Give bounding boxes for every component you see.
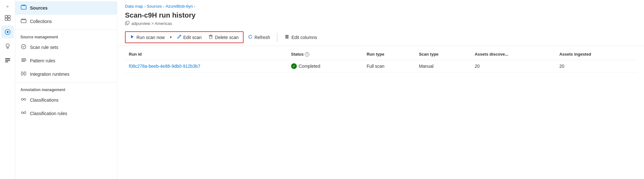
- sidebar-item-pattern-rules[interactable]: Pattern rules: [15, 54, 117, 67]
- run-scan-now-label: Run scan now: [136, 35, 165, 40]
- sidebar-pattern-rules-label: Pattern rules: [30, 58, 55, 63]
- sidebar-classification-rules-label: Classification rules: [30, 111, 67, 116]
- svg-point-5: [7, 31, 9, 33]
- copy-icon: [125, 21, 129, 26]
- classifications-icon: [20, 97, 27, 104]
- pattern-rules-icon: [20, 57, 27, 64]
- toolbar-highlighted-group: Run scan now ▾ Edit scan: [125, 31, 244, 43]
- sidebar-classifications-label: Classifications: [30, 97, 58, 103]
- sidebar-item-sources[interactable]: Sources: [15, 1, 117, 15]
- svg-rect-23: [24, 72, 26, 75]
- cell-status: ✓ Completed: [287, 60, 363, 73]
- svg-point-29: [24, 112, 26, 114]
- sidebar-sources-label: Sources: [30, 5, 48, 11]
- completed-icon: ✓: [291, 63, 297, 69]
- sources-icon[interactable]: [1, 26, 14, 38]
- svg-rect-0: [5, 15, 7, 18]
- main-content: Data map › Sources › AzureBlob-6yn › Sca…: [117, 0, 644, 179]
- toolbar: Run scan now ▾ Edit scan: [117, 29, 644, 46]
- page-subtitle-text: adpurview > Americas: [131, 21, 172, 26]
- col-assets-discovered: Assets discove...: [471, 49, 555, 60]
- sidebar-collections-label: Collections: [30, 19, 52, 24]
- breadcrumb-sources[interactable]: Sources: [147, 4, 162, 9]
- management-icon[interactable]: [1, 54, 14, 66]
- svg-point-6: [6, 44, 9, 47]
- page-subtitle: adpurview > Americas: [125, 21, 636, 26]
- delete-scan-button[interactable]: Delete scan: [205, 33, 242, 42]
- page-title: Scan-c9H run history: [125, 11, 636, 19]
- svg-rect-20: [21, 61, 25, 62]
- scan-rule-sets-icon: [20, 44, 27, 51]
- svg-point-21: [25, 59, 26, 61]
- sidebar-item-integration-runtimes[interactable]: Integration runtimes: [15, 67, 117, 81]
- svg-line-31: [25, 111, 26, 112]
- sidebar-scan-rule-sets-label: Scan rule sets: [30, 45, 58, 50]
- svg-rect-12: [5, 61, 8, 62]
- table-row: f08c278a-beeb-4e88-9db0-912b3b7 ✓ Comple…: [125, 60, 636, 73]
- col-status: Status i: [287, 49, 363, 60]
- icon-bar: »: [0, 0, 15, 179]
- run-scan-now-button[interactable]: Run scan now: [127, 33, 168, 42]
- edit-columns-label: Edit columns: [291, 35, 317, 40]
- sidebar-item-classification-rules[interactable]: Classification rules: [15, 107, 117, 120]
- sidebar-item-classifications[interactable]: Classifications: [15, 93, 117, 107]
- sidebar-divider-2: [15, 82, 117, 82]
- refresh-label: Refresh: [254, 35, 270, 40]
- play-icon: [130, 35, 135, 40]
- breadcrumb-azure-blob[interactable]: AzureBlob-6yn: [165, 4, 193, 9]
- cell-scan-type: Manual: [415, 60, 471, 73]
- col-scan-type: Scan type: [415, 49, 471, 60]
- integration-runtimes-icon: [20, 71, 27, 78]
- edit-scan-label: Edit scan: [183, 35, 202, 40]
- status-text: Completed: [299, 64, 320, 69]
- page-header: Scan-c9H run history adpurview > America…: [117, 10, 644, 29]
- sources-sidebar-icon: [20, 4, 27, 12]
- sidebar: Sources Collections Source management Sc…: [15, 0, 117, 179]
- svg-rect-13: [21, 5, 26, 9]
- cell-assets-discovered: 20: [471, 60, 555, 73]
- trash-icon: [209, 35, 213, 40]
- breadcrumb-data-map[interactable]: Data map: [125, 4, 143, 9]
- svg-rect-19: [21, 60, 25, 60]
- run-scan-dropdown-button[interactable]: ▾: [169, 33, 173, 41]
- run-id-link[interactable]: f08c278a-beeb-4e88-9db0-912b3b7: [129, 64, 200, 69]
- col-assets-ingested: Assets ingested: [555, 49, 636, 60]
- toolbar-divider: [277, 33, 277, 42]
- edit-scan-button[interactable]: Edit scan: [174, 33, 205, 42]
- svg-rect-22: [21, 72, 23, 75]
- refresh-button[interactable]: Refresh: [245, 33, 273, 42]
- svg-point-26: [24, 98, 26, 100]
- cell-run-id: f08c278a-beeb-4e88-9db0-912b3b7: [125, 60, 287, 73]
- svg-point-25: [21, 98, 23, 100]
- svg-rect-1: [8, 15, 10, 18]
- insights-icon[interactable]: [1, 40, 14, 52]
- table-container: Run id Status i Run type Scan type: [117, 46, 644, 179]
- collapse-expand-icon[interactable]: »: [1, 3, 14, 10]
- svg-rect-11: [5, 60, 10, 61]
- col-run-type: Run type: [363, 49, 415, 60]
- svg-rect-3: [8, 18, 10, 20]
- run-history-table: Run id Status i Run type Scan type: [125, 49, 636, 73]
- cell-assets-ingested: 20: [555, 60, 636, 73]
- breadcrumb-sep-2: ›: [163, 4, 165, 8]
- edit-columns-button[interactable]: Edit columns: [281, 33, 320, 42]
- svg-rect-33: [127, 21, 129, 24]
- breadcrumb-sep-1: ›: [144, 4, 145, 8]
- svg-rect-36: [209, 36, 212, 39]
- sidebar-divider-1: [15, 29, 117, 30]
- svg-rect-18: [21, 58, 26, 59]
- edit-icon: [177, 35, 181, 40]
- sidebar-item-collections[interactable]: Collections: [15, 15, 117, 28]
- col-run-id: Run id: [125, 49, 287, 60]
- sidebar-item-scan-rule-sets[interactable]: Scan rule sets: [15, 41, 117, 54]
- classification-rules-icon: [20, 110, 27, 117]
- sidebar-section-annotation-management: Annotation management: [15, 84, 117, 93]
- svg-point-28: [21, 112, 23, 114]
- columns-icon: [284, 35, 289, 40]
- status-info-icon[interactable]: i: [305, 52, 309, 57]
- refresh-icon: [248, 35, 252, 40]
- data-map-icon[interactable]: [1, 12, 14, 24]
- sidebar-integration-runtimes-label: Integration runtimes: [30, 72, 70, 77]
- svg-rect-2: [5, 18, 7, 20]
- cell-run-type: Full scan: [363, 60, 415, 73]
